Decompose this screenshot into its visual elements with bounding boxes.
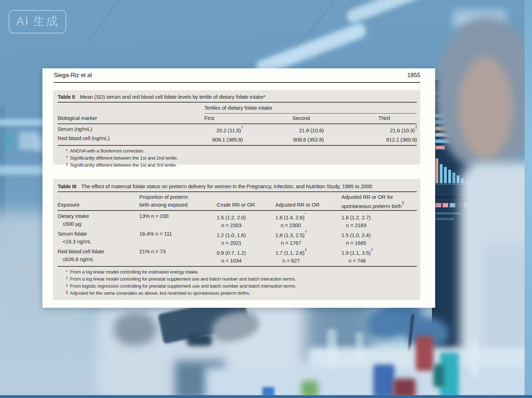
footnote-text: From logistic regression controlling for… [70,283,297,289]
estimate-value: 1.8 (1.4, 2.6) [275,214,304,220]
histogram-bar [448,170,451,183]
cell-value: 812.1 (360.9) [386,137,417,143]
cell-value: 806.1 (385.8) [212,137,243,143]
table-cell: 812.1 (360.9) [378,134,417,144]
exposure-qualifier: ≤626.6 ng/mL [58,255,139,263]
table-ii-label: Table II [58,94,75,100]
estimate-value: 1.8 (1.2, 2.7) [341,214,370,220]
data-cell [435,203,441,207]
histogram-bar [457,175,460,183]
span-header: Tertiles of dietary folate intake [204,104,417,114]
footnote-text: From a log linear model controlling for … [70,269,199,275]
footnote: ‡Significantly different between the 1st… [66,162,417,169]
teal-bottle [4,133,15,150]
estimate-value: 1.5 (1.2, 2.0) [217,214,246,220]
watermark-label: AI 生成 [16,14,59,28]
estimate-value: 1.8 (1.3, 2.5) [275,232,304,238]
footnote-symbol: ‡ [66,282,69,289]
footnote: §Adjusted for the same covariates as abo… [66,290,417,297]
test-tube-empty [327,329,337,369]
right-edge-light-band [525,0,532,398]
estimate-value: 1.5 (1.0, 2.4) [341,232,370,238]
footnote-marker: ‡ [305,248,307,252]
ai-generated-watermark: AI 生成 [8,10,66,34]
sample-size: n = 1034 [217,257,246,265]
shelf-band [0,119,47,126]
sample-size: n = 2183 [341,221,371,229]
table-row: Dietary intake ≤500 μg 13% n = 200 1.5 (… [58,212,417,229]
data-cell [443,203,448,207]
column-header: Adjusted RR or OR for spontaneous preter… [341,193,417,209]
footnote-text: From a log linear model controlling for … [70,276,296,282]
screen-text-dash [435,218,454,220]
histogram-bar [452,173,455,183]
column-header: Exposure [58,193,139,209]
table-iii-column-headers: Exposure Proportion of preterm birth amo… [58,192,417,211]
column-header-text: spontaneous preterm birth [341,203,402,209]
histogram-bar [435,158,438,183]
table-ii-caption: Mean (SD) serum and red blood cell folat… [80,94,265,100]
cell-value: 21.8 (10.8) [299,127,324,133]
table-row: Serum (ng/mL) 20.2 (11.5)† 21.8 (10.8) 2… [58,125,417,134]
exposure-name: Serum folate [58,230,139,238]
hand [114,313,156,345]
table-ii-body: Serum (ng/mL) 20.2 (11.5)† 21.8 (10.8) 2… [58,124,417,146]
footnote: ‡From logistic regression controlling fo… [66,283,417,290]
proportion-cell: 13% n = 200 [139,212,217,229]
sample-size: n = 2300 [275,221,306,229]
page-header: Siega-Riz et al 1855 [54,72,420,83]
table-iii-title: Table IIIThe effect of maternal folate s… [58,179,417,192]
table-ii-span-header-row: Tertiles of dietary folate intake [58,103,417,114]
test-tube-empty [469,338,479,377]
row-label: Red blood cell (ng/mL) [58,134,204,144]
footnote-symbol: † [66,275,69,282]
footnote-symbol: † [66,154,69,161]
estimate-cell: 1.9 (1.1, 3.5)‡n = 746 [341,248,417,265]
column-header: Proportion of preterm birth among expose… [139,193,217,209]
lab-bench [205,367,532,398]
footnote-symbol: § [66,289,69,296]
table-ii-footnotes: *ANOVA with a Bonferroni correction. †Si… [66,148,417,169]
test-tube-dark-teal [433,364,444,387]
footnote-marker: ‡ [371,248,373,252]
journal-page-panel: Siega-Riz et al 1855 Table IIMean (SD) s… [42,68,435,308]
footnote-text: Significantly different between the 1st … [70,162,177,168]
estimate-cell: 1.8 (1.3, 2.5)†n = 1767 [275,230,341,247]
footnote-text: Significantly different between the 1st … [70,155,178,161]
estimate-cell: 0.9 (0.7, 1.2)n = 1034 [217,248,275,265]
table-iii-footnotes: *From a log linear model controlling for… [66,269,417,297]
exposure-qualifier: <16.3 ng/mL [58,238,139,246]
column-header: Adjusted RR or OR [275,193,341,209]
test-tube-blue [373,364,394,398]
footnote-text: ANOVA with a Bonferroni correction. [70,148,144,154]
ai-generated-lab-scene: AI 生成 Siega-Riz et al 1855 Table IIMean … [0,0,532,398]
page-number: 1855 [407,72,420,79]
exposure-qualifier: ≤500 μg [58,220,139,228]
table-cell: 808.6 (352.8) [292,134,378,144]
footnote: *ANOVA with a Bonferroni correction. [66,148,417,155]
wrist-watch [187,334,212,346]
estimate-cell: 1.7 (1.1, 2.6)‡n = 827 [275,248,341,265]
estimate-value: 0.9 (0.7, 1.2) [217,250,246,256]
proportion-cell: 16.4% n = 111 [139,230,217,247]
exposure-name: Red blood cell folate [58,248,139,255]
footnote-marker: * [305,212,306,216]
footnote-marker: † [305,230,307,234]
estimate-cell: 1.2 (1.0, 1.6)n = 2021 [217,230,275,247]
table-ii-column-headers: Biological marker First Second Third [58,114,417,124]
footnote-marker: ‡ [415,125,417,129]
sample-size: n = 1767 [275,239,307,247]
table-ii: Table IIMean (SD) serum and red blood ce… [53,90,420,165]
table-ii-title: Table IIMean (SD) serum and red blood ce… [58,90,417,103]
estimate-cell: 1.5 (1.2, 2.0)n = 2303 [217,212,275,229]
estimate-value: 1.7 (1.1, 2.6) [275,250,304,256]
table-row: Red blood cell (ng/mL) 806.1 (385.8) 808… [58,134,417,144]
footnote-marker: § [402,201,404,205]
spacer-cell [58,104,204,114]
histogram-bar [444,167,447,183]
footnote: †From a log linear model controlling for… [66,276,417,283]
test-tube-empty [355,332,364,367]
exposure-cell: Serum folate <16.3 ng/mL [58,230,139,247]
footnote: †Significantly different between the 1st… [66,155,417,162]
column-header: Second [292,114,378,122]
